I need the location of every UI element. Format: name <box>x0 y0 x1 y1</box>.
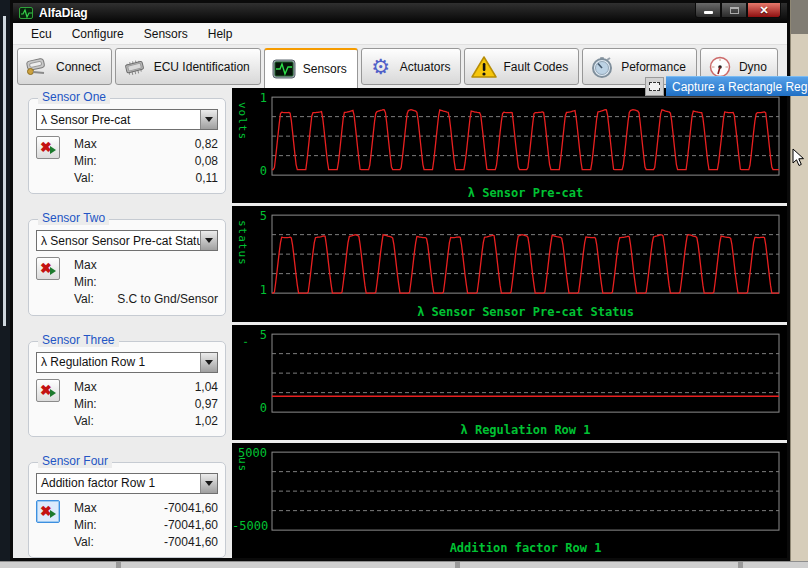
max-row: Max0,82 <box>74 136 218 153</box>
min-value: -70041,60 <box>164 517 218 534</box>
chart-title: λ Sensor Sensor Pre-cat Status <box>272 305 779 319</box>
val-row: Val:S.C to Gnd/Sensor <box>74 291 218 308</box>
ecu-identification-label: ECU Identification <box>154 60 250 74</box>
close-icon: ✕ <box>759 5 768 16</box>
max-row: Max-70041,60 <box>74 500 218 517</box>
dyno-label: Dyno <box>739 60 767 74</box>
sensor-three-title: Sensor Three <box>38 333 119 347</box>
sensor-four-title: Sensor Four <box>38 454 112 468</box>
connect-button[interactable]: Connect <box>17 48 112 85</box>
max-value: -70041,60 <box>164 500 218 517</box>
val-row: Val:-70041,60 <box>74 534 218 551</box>
minimize-icon <box>704 11 713 14</box>
menu-ecu[interactable]: Ecu <box>21 24 62 44</box>
sensor-column: Sensor One λ Sensor Pre-cat ✖ <box>28 88 226 558</box>
val-value: 1,02 <box>195 413 218 430</box>
sensor-four-select[interactable]: Addition factor Row 1 <box>36 473 218 494</box>
actuators-label: Actuators <box>400 60 451 74</box>
chevron-down-icon[interactable] <box>200 474 217 493</box>
sensor-four-reset-button[interactable]: ✖ <box>36 500 60 523</box>
chart-lambda-sensor-status: 5 1 status λ Sensor Sensor Pre-cat Statu… <box>232 206 787 321</box>
sensor-one-group: Sensor One λ Sensor Pre-cat ✖ <box>28 92 226 194</box>
app-icon <box>19 7 33 19</box>
minimize-button[interactable] <box>695 3 721 18</box>
chart-title: Addition factor Row 1 <box>272 541 779 555</box>
menubar: Ecu Configure Sensors Help <box>13 23 787 45</box>
min-row: Min:-70041,60 <box>74 517 218 534</box>
menu-sensors[interactable]: Sensors <box>134 24 198 44</box>
reset-arrow-icon <box>50 267 56 275</box>
chip-icon <box>122 55 148 79</box>
fault-codes-label: Fault Codes <box>503 60 568 74</box>
reset-arrow-icon <box>50 389 56 397</box>
client-area: Sensor One λ Sensor Pre-cat ✖ <box>13 88 787 558</box>
sensor-two-title: Sensor Two <box>38 211 109 225</box>
close-button[interactable]: ✕ <box>747 3 781 18</box>
reset-arrow-icon <box>50 146 56 154</box>
chart-lambda-regulation: 5 0 ' λ Regulation Row 1 <box>232 325 787 440</box>
sensors-tab-active[interactable]: Sensors <box>264 48 358 88</box>
chart-title: λ Regulation Row 1 <box>272 423 779 437</box>
sensor-three-reset-button[interactable]: ✖ <box>36 379 60 402</box>
window-title: AlfaDiag <box>39 6 88 20</box>
val-value: -70041,60 <box>164 534 218 551</box>
background-window-edge-bottom <box>0 561 808 568</box>
y-axis-label: us <box>236 457 249 526</box>
connect-label: Connect <box>56 60 101 74</box>
min-value: 0,08 <box>195 153 218 170</box>
reset-arrow-icon <box>50 510 56 518</box>
y-axis-label: volts <box>236 102 249 171</box>
performance-label: Peformance <box>621 60 686 74</box>
menu-help[interactable]: Help <box>198 24 243 44</box>
fault-codes-button[interactable]: Fault Codes <box>464 48 579 85</box>
chevron-down-icon[interactable] <box>200 110 217 129</box>
chevron-down-icon[interactable] <box>200 231 217 250</box>
max-value: 1,04 <box>195 379 218 396</box>
max-row: Max1,04 <box>74 379 218 396</box>
min-row: Min: <box>74 274 218 291</box>
val-row: Val:0,11 <box>74 170 218 187</box>
background-window-edge-left <box>0 0 10 568</box>
y-axis-label: status <box>236 220 249 289</box>
gear-icon: ⚙ <box>368 55 394 79</box>
sensor-one-select[interactable]: λ Sensor Pre-cat <box>36 109 218 130</box>
chart-lambda-sensor-pre-cat: 1 0 volts λ Sensor Pre-cat <box>232 88 787 203</box>
menu-configure[interactable]: Configure <box>62 24 134 44</box>
y-axis-label: ' <box>236 339 249 408</box>
min-value: 0,97 <box>195 396 218 413</box>
charts-column: 1 0 volts λ Sensor Pre-cat 5 1 status λ … <box>232 88 787 558</box>
val-value: S.C to Gnd/Sensor <box>117 291 218 308</box>
chart-title: λ Sensor Pre-cat <box>272 186 779 200</box>
mouse-cursor <box>792 148 806 168</box>
sensor-two-select[interactable]: λ Sensor Sensor Pre-cat Status <box>36 230 218 251</box>
sensor-one-reset-button[interactable]: ✖ <box>36 136 60 159</box>
sensors-tab-label: Sensors <box>303 62 347 76</box>
actuators-button[interactable]: ⚙ Actuators <box>361 48 462 85</box>
sensor-two-group: Sensor Two λ Sensor Sensor Pre-cat Statu… <box>28 213 226 315</box>
ecu-identification-button[interactable]: ECU Identification <box>115 48 261 85</box>
max-value: 0,82 <box>195 136 218 153</box>
sensor-one-title: Sensor One <box>38 90 110 104</box>
max-row: Max <box>74 257 218 274</box>
min-row: Min:0,97 <box>74 396 218 413</box>
sensor-three-group: Sensor Three λ Regulation Row 1 ✖ <box>28 335 226 437</box>
sensor-three-select[interactable]: λ Regulation Row 1 <box>36 352 218 373</box>
maximize-icon <box>730 7 739 14</box>
oscilloscope-icon <box>271 57 297 81</box>
val-value: 0,11 <box>196 170 218 187</box>
warning-icon <box>471 55 497 79</box>
connector-icon <box>24 55 50 79</box>
titlebar[interactable]: AlfaDiag ✕ <box>13 3 787 23</box>
maximize-button[interactable] <box>721 3 747 18</box>
capture-tooltip: Capture a Rectangle Regi <box>645 76 808 96</box>
capture-rectangle-icon[interactable] <box>645 77 664 96</box>
stopwatch-icon <box>589 55 615 79</box>
min-row: Min:0,08 <box>74 153 218 170</box>
desktop: AlfaDiag ✕ Ecu Configure Sensors Help <box>0 0 808 568</box>
gauge-icon <box>707 55 733 79</box>
capture-tooltip-label: Capture a Rectangle Regi <box>666 76 808 96</box>
sensor-two-reset-button[interactable]: ✖ <box>36 257 60 280</box>
sensor-four-group: Sensor Four Addition factor Row 1 ✖ <box>28 456 226 558</box>
chevron-down-icon[interactable] <box>200 353 217 372</box>
chart-addition-factor: 5000 -5000 us Addition factor Row 1 <box>232 443 787 558</box>
